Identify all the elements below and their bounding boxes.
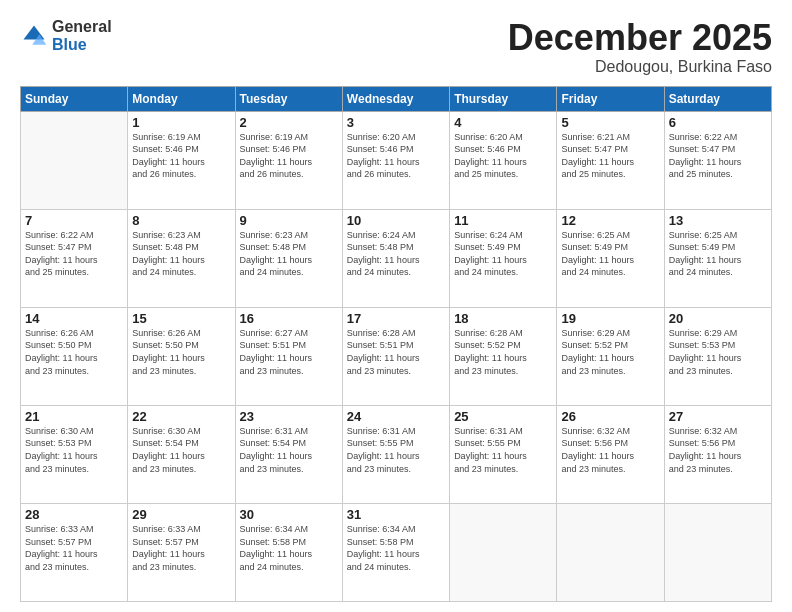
calendar-cell: 31Sunrise: 6:34 AM Sunset: 5:58 PM Dayli… xyxy=(342,503,449,601)
day-info: Sunrise: 6:31 AM Sunset: 5:54 PM Dayligh… xyxy=(240,425,338,475)
calendar-week-2: 7Sunrise: 6:22 AM Sunset: 5:47 PM Daylig… xyxy=(21,209,772,307)
day-info: Sunrise: 6:24 AM Sunset: 5:49 PM Dayligh… xyxy=(454,229,552,279)
day-number: 4 xyxy=(454,115,552,130)
day-info: Sunrise: 6:29 AM Sunset: 5:52 PM Dayligh… xyxy=(561,327,659,377)
calendar-cell: 14Sunrise: 6:26 AM Sunset: 5:50 PM Dayli… xyxy=(21,307,128,405)
day-number: 26 xyxy=(561,409,659,424)
col-header-wednesday: Wednesday xyxy=(342,86,449,111)
col-header-tuesday: Tuesday xyxy=(235,86,342,111)
day-info: Sunrise: 6:33 AM Sunset: 5:57 PM Dayligh… xyxy=(132,523,230,573)
col-header-monday: Monday xyxy=(128,86,235,111)
calendar-week-3: 14Sunrise: 6:26 AM Sunset: 5:50 PM Dayli… xyxy=(21,307,772,405)
calendar-week-1: 1Sunrise: 6:19 AM Sunset: 5:46 PM Daylig… xyxy=(21,111,772,209)
calendar-cell: 3Sunrise: 6:20 AM Sunset: 5:46 PM Daylig… xyxy=(342,111,449,209)
location-subtitle: Dedougou, Burkina Faso xyxy=(508,58,772,76)
day-number: 21 xyxy=(25,409,123,424)
day-number: 15 xyxy=(132,311,230,326)
day-number: 12 xyxy=(561,213,659,228)
day-info: Sunrise: 6:31 AM Sunset: 5:55 PM Dayligh… xyxy=(454,425,552,475)
day-info: Sunrise: 6:32 AM Sunset: 5:56 PM Dayligh… xyxy=(669,425,767,475)
calendar-cell: 6Sunrise: 6:22 AM Sunset: 5:47 PM Daylig… xyxy=(664,111,771,209)
day-info: Sunrise: 6:30 AM Sunset: 5:53 PM Dayligh… xyxy=(25,425,123,475)
day-info: Sunrise: 6:34 AM Sunset: 5:58 PM Dayligh… xyxy=(347,523,445,573)
day-number: 29 xyxy=(132,507,230,522)
day-info: Sunrise: 6:26 AM Sunset: 5:50 PM Dayligh… xyxy=(25,327,123,377)
day-info: Sunrise: 6:27 AM Sunset: 5:51 PM Dayligh… xyxy=(240,327,338,377)
calendar-cell: 12Sunrise: 6:25 AM Sunset: 5:49 PM Dayli… xyxy=(557,209,664,307)
day-number: 13 xyxy=(669,213,767,228)
day-info: Sunrise: 6:34 AM Sunset: 5:58 PM Dayligh… xyxy=(240,523,338,573)
day-info: Sunrise: 6:23 AM Sunset: 5:48 PM Dayligh… xyxy=(132,229,230,279)
title-block: December 2025 Dedougou, Burkina Faso xyxy=(508,18,772,76)
calendar-cell: 13Sunrise: 6:25 AM Sunset: 5:49 PM Dayli… xyxy=(664,209,771,307)
day-info: Sunrise: 6:24 AM Sunset: 5:48 PM Dayligh… xyxy=(347,229,445,279)
calendar-cell: 27Sunrise: 6:32 AM Sunset: 5:56 PM Dayli… xyxy=(664,405,771,503)
day-info: Sunrise: 6:25 AM Sunset: 5:49 PM Dayligh… xyxy=(669,229,767,279)
day-number: 10 xyxy=(347,213,445,228)
day-number: 16 xyxy=(240,311,338,326)
day-number: 5 xyxy=(561,115,659,130)
day-number: 27 xyxy=(669,409,767,424)
day-number: 30 xyxy=(240,507,338,522)
calendar-cell: 1Sunrise: 6:19 AM Sunset: 5:46 PM Daylig… xyxy=(128,111,235,209)
day-number: 2 xyxy=(240,115,338,130)
calendar-cell: 7Sunrise: 6:22 AM Sunset: 5:47 PM Daylig… xyxy=(21,209,128,307)
calendar-cell: 4Sunrise: 6:20 AM Sunset: 5:46 PM Daylig… xyxy=(450,111,557,209)
day-info: Sunrise: 6:20 AM Sunset: 5:46 PM Dayligh… xyxy=(347,131,445,181)
day-info: Sunrise: 6:22 AM Sunset: 5:47 PM Dayligh… xyxy=(669,131,767,181)
calendar-cell: 23Sunrise: 6:31 AM Sunset: 5:54 PM Dayli… xyxy=(235,405,342,503)
day-info: Sunrise: 6:19 AM Sunset: 5:46 PM Dayligh… xyxy=(240,131,338,181)
day-number: 14 xyxy=(25,311,123,326)
calendar-cell xyxy=(557,503,664,601)
calendar-cell xyxy=(21,111,128,209)
day-number: 6 xyxy=(669,115,767,130)
day-info: Sunrise: 6:33 AM Sunset: 5:57 PM Dayligh… xyxy=(25,523,123,573)
day-number: 23 xyxy=(240,409,338,424)
day-number: 1 xyxy=(132,115,230,130)
calendar-cell xyxy=(664,503,771,601)
calendar-cell: 2Sunrise: 6:19 AM Sunset: 5:46 PM Daylig… xyxy=(235,111,342,209)
calendar-cell: 19Sunrise: 6:29 AM Sunset: 5:52 PM Dayli… xyxy=(557,307,664,405)
calendar-cell: 15Sunrise: 6:26 AM Sunset: 5:50 PM Dayli… xyxy=(128,307,235,405)
day-number: 8 xyxy=(132,213,230,228)
day-info: Sunrise: 6:31 AM Sunset: 5:55 PM Dayligh… xyxy=(347,425,445,475)
day-info: Sunrise: 6:25 AM Sunset: 5:49 PM Dayligh… xyxy=(561,229,659,279)
calendar-cell: 17Sunrise: 6:28 AM Sunset: 5:51 PM Dayli… xyxy=(342,307,449,405)
logo-icon xyxy=(20,22,48,50)
calendar-cell: 28Sunrise: 6:33 AM Sunset: 5:57 PM Dayli… xyxy=(21,503,128,601)
col-header-saturday: Saturday xyxy=(664,86,771,111)
col-header-thursday: Thursday xyxy=(450,86,557,111)
calendar-week-5: 28Sunrise: 6:33 AM Sunset: 5:57 PM Dayli… xyxy=(21,503,772,601)
day-info: Sunrise: 6:19 AM Sunset: 5:46 PM Dayligh… xyxy=(132,131,230,181)
calendar-cell xyxy=(450,503,557,601)
calendar-cell: 25Sunrise: 6:31 AM Sunset: 5:55 PM Dayli… xyxy=(450,405,557,503)
day-info: Sunrise: 6:26 AM Sunset: 5:50 PM Dayligh… xyxy=(132,327,230,377)
logo-blue-text: Blue xyxy=(52,36,112,54)
calendar-cell: 24Sunrise: 6:31 AM Sunset: 5:55 PM Dayli… xyxy=(342,405,449,503)
day-number: 17 xyxy=(347,311,445,326)
calendar-cell: 9Sunrise: 6:23 AM Sunset: 5:48 PM Daylig… xyxy=(235,209,342,307)
calendar-week-4: 21Sunrise: 6:30 AM Sunset: 5:53 PM Dayli… xyxy=(21,405,772,503)
month-title: December 2025 xyxy=(508,18,772,58)
calendar-cell: 8Sunrise: 6:23 AM Sunset: 5:48 PM Daylig… xyxy=(128,209,235,307)
day-number: 7 xyxy=(25,213,123,228)
logo-general-text: General xyxy=(52,18,112,36)
day-info: Sunrise: 6:22 AM Sunset: 5:47 PM Dayligh… xyxy=(25,229,123,279)
calendar-cell: 10Sunrise: 6:24 AM Sunset: 5:48 PM Dayli… xyxy=(342,209,449,307)
day-info: Sunrise: 6:32 AM Sunset: 5:56 PM Dayligh… xyxy=(561,425,659,475)
day-number: 19 xyxy=(561,311,659,326)
day-number: 11 xyxy=(454,213,552,228)
day-number: 22 xyxy=(132,409,230,424)
calendar-cell: 16Sunrise: 6:27 AM Sunset: 5:51 PM Dayli… xyxy=(235,307,342,405)
logo: General Blue xyxy=(20,18,112,53)
day-number: 18 xyxy=(454,311,552,326)
day-number: 3 xyxy=(347,115,445,130)
day-number: 25 xyxy=(454,409,552,424)
calendar-cell: 29Sunrise: 6:33 AM Sunset: 5:57 PM Dayli… xyxy=(128,503,235,601)
day-number: 20 xyxy=(669,311,767,326)
calendar-cell: 21Sunrise: 6:30 AM Sunset: 5:53 PM Dayli… xyxy=(21,405,128,503)
day-info: Sunrise: 6:21 AM Sunset: 5:47 PM Dayligh… xyxy=(561,131,659,181)
day-info: Sunrise: 6:28 AM Sunset: 5:52 PM Dayligh… xyxy=(454,327,552,377)
day-info: Sunrise: 6:30 AM Sunset: 5:54 PM Dayligh… xyxy=(132,425,230,475)
day-number: 28 xyxy=(25,507,123,522)
